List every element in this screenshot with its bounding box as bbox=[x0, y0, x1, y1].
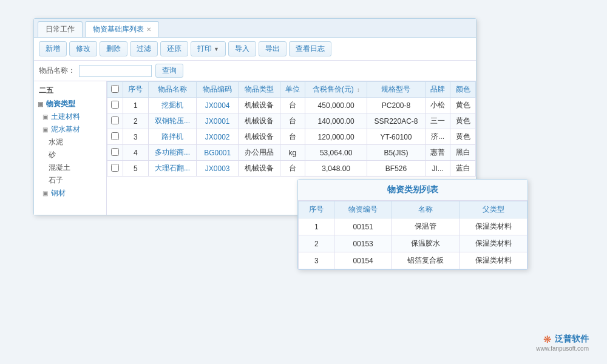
sidebar-item-steel[interactable]: ▣ 钢材 bbox=[34, 187, 106, 200]
table-row: 2 双钢轮压... JX0001 机械设备 台 140,000.00 SSR22… bbox=[107, 113, 476, 129]
row-spec-2: YT-60100 bbox=[367, 129, 426, 145]
row-price-0: 450,000.00 bbox=[305, 98, 367, 113]
tab-material-list-label: 物资基础库列表 bbox=[93, 24, 144, 35]
logo: ❋ 泛普软件 www.fanpusoft.com bbox=[536, 334, 589, 352]
import-button[interactable]: 导入 bbox=[228, 41, 256, 56]
row-type-0: 机械设备 bbox=[238, 98, 280, 113]
tab-daily-work[interactable]: 日常工作 bbox=[38, 21, 83, 37]
row-brand-2: 济... bbox=[425, 129, 450, 145]
sidebar-category-label[interactable]: ▣ 物资类型 bbox=[34, 98, 106, 110]
view-log-button[interactable]: 查看日志 bbox=[289, 41, 331, 56]
th-brand: 品牌 bbox=[425, 82, 450, 98]
toolbar: 新增 修改 删除 过滤 还原 打印 ▼ 导入 导出 查看日志 bbox=[34, 38, 476, 61]
row-code-1[interactable]: JX0001 bbox=[197, 113, 239, 129]
table-row: 5 大理石翻... JX0003 机械设备 台 3,048.00 BF526 J… bbox=[107, 161, 476, 177]
sidebar-header: 二五 bbox=[34, 84, 106, 98]
row-name-3[interactable]: 多功能商... bbox=[148, 145, 197, 161]
row-price-2: 120,000.00 bbox=[305, 129, 367, 145]
row-brand-1: 三一 bbox=[425, 113, 450, 129]
row-name-1[interactable]: 双钢轮压... bbox=[148, 113, 197, 129]
steel-expand-icon: ▣ bbox=[42, 190, 48, 197]
table-header-row: 序号 物品名称 物品编码 物品类型 单位 含税售价(元) ↕ 规格型号 品牌 颜… bbox=[107, 82, 476, 98]
srow-name-2: 铝箔复合板 bbox=[392, 252, 459, 269]
row-price-4: 3,048.00 bbox=[305, 161, 367, 177]
srow-seq-1: 2 bbox=[299, 235, 334, 252]
row-type-4: 机械设备 bbox=[238, 161, 280, 177]
logo-brand-row: ❋ 泛普软件 bbox=[536, 334, 589, 345]
th-checkbox bbox=[107, 82, 123, 98]
row-code-0[interactable]: JX0004 bbox=[197, 98, 239, 113]
secondary-th-parent: 父类型 bbox=[459, 201, 527, 218]
tab-bar: 日常工作 物资基础库列表 ✕ bbox=[34, 19, 476, 38]
secondary-th-seq: 序号 bbox=[299, 201, 334, 218]
table-row: 1 挖掘机 JX0004 机械设备 台 450,000.00 PC200-8 小… bbox=[107, 98, 476, 113]
th-name: 物品名称 bbox=[148, 82, 197, 98]
row-code-4[interactable]: JX0003 bbox=[197, 161, 239, 177]
row-spec-3: B5(JIS) bbox=[367, 145, 426, 161]
row-seq-2: 3 bbox=[123, 129, 149, 145]
table-row: 3 路拌机 JX0002 机械设备 台 120,000.00 YT-60100 … bbox=[107, 129, 476, 145]
sidebar-item-stone[interactable]: 石子 bbox=[34, 174, 106, 187]
srow-parent-0: 保温类材料 bbox=[459, 218, 527, 235]
edit-button[interactable]: 修改 bbox=[69, 41, 97, 56]
export-button[interactable]: 导出 bbox=[259, 41, 287, 56]
row-code-3[interactable]: BG0001 bbox=[197, 145, 239, 161]
secondary-header-row: 序号 物资编号 名称 父类型 bbox=[299, 201, 527, 218]
row-name-4[interactable]: 大理石翻... bbox=[148, 161, 197, 177]
th-unit: 单位 bbox=[280, 82, 305, 98]
secondary-table-row: 1 00151 保温管 保温类材料 bbox=[299, 218, 527, 235]
th-price[interactable]: 含税售价(元) ↕ bbox=[305, 82, 367, 98]
row-spec-0: PC200-8 bbox=[367, 98, 426, 113]
row-checkbox-4[interactable] bbox=[107, 161, 123, 177]
tab-material-list[interactable]: 物资基础库列表 ✕ bbox=[85, 21, 159, 37]
secondary-title: 物资类别列表 bbox=[298, 180, 527, 201]
search-input[interactable] bbox=[79, 65, 152, 77]
row-price-1: 140,000.00 bbox=[305, 113, 367, 129]
secondary-th-code: 物资编号 bbox=[334, 201, 392, 218]
th-code: 物品编码 bbox=[197, 82, 239, 98]
restore-button[interactable]: 还原 bbox=[160, 41, 188, 56]
tab-close-icon[interactable]: ✕ bbox=[146, 26, 151, 33]
secondary-table-row: 2 00153 保温胶水 保温类材料 bbox=[299, 235, 527, 252]
row-brand-3: 惠普 bbox=[425, 145, 450, 161]
row-name-2[interactable]: 路拌机 bbox=[148, 129, 197, 145]
sidebar-item-cement[interactable]: 水泥 bbox=[34, 136, 106, 149]
new-button[interactable]: 新增 bbox=[39, 41, 67, 56]
row-code-2[interactable]: JX0002 bbox=[197, 129, 239, 145]
sidebar-item-sand[interactable]: 砂 bbox=[34, 149, 106, 161]
row-checkbox-3[interactable] bbox=[107, 145, 123, 161]
tab-daily-work-label: 日常工作 bbox=[46, 24, 75, 35]
row-spec-4: BF526 bbox=[367, 161, 426, 177]
srow-code-0: 00151 bbox=[334, 218, 392, 235]
row-unit-3: kg bbox=[280, 145, 305, 161]
row-type-2: 机械设备 bbox=[238, 129, 280, 145]
filter-button[interactable]: 过滤 bbox=[130, 41, 158, 56]
logo-brand: 泛普软件 bbox=[555, 334, 589, 343]
row-checkbox-0[interactable] bbox=[107, 98, 123, 113]
sidebar-item-mortar-material[interactable]: ▣ 泥水基材 bbox=[34, 123, 106, 136]
srow-code-2: 00154 bbox=[334, 252, 392, 269]
sidebar-item-soil-material[interactable]: ▣ 土建材料 bbox=[34, 110, 106, 123]
query-button[interactable]: 查询 bbox=[155, 64, 183, 78]
th-seq: 序号 bbox=[123, 82, 149, 98]
delete-button[interactable]: 删除 bbox=[100, 41, 127, 56]
secondary-th-name: 名称 bbox=[392, 201, 459, 218]
srow-parent-1: 保温类材料 bbox=[459, 235, 527, 252]
row-color-3: 黑白 bbox=[450, 145, 476, 161]
sidebar: 二五 ▣ 物资类型 ▣ 土建材料 ▣ 泥水基材 水泥 砂 混凝土 bbox=[34, 81, 107, 215]
print-button[interactable]: 打印 ▼ bbox=[191, 41, 226, 56]
mortar-expand-icon: ▣ bbox=[42, 126, 48, 133]
sidebar-item-concrete[interactable]: 混凝土 bbox=[34, 161, 106, 174]
row-checkbox-1[interactable] bbox=[107, 113, 123, 129]
row-brand-0: 小松 bbox=[425, 98, 450, 113]
select-all-checkbox[interactable] bbox=[111, 85, 119, 93]
row-seq-0: 1 bbox=[123, 98, 149, 113]
material-table: 序号 物品名称 物品编码 物品类型 单位 含税售价(元) ↕ 规格型号 品牌 颜… bbox=[107, 81, 476, 177]
row-color-0: 黄色 bbox=[450, 98, 476, 113]
row-checkbox-2[interactable] bbox=[107, 129, 123, 145]
logo-icon: ❋ bbox=[543, 334, 551, 345]
row-name-0[interactable]: 挖掘机 bbox=[148, 98, 197, 113]
srow-parent-2: 保温类材料 bbox=[459, 252, 527, 269]
row-unit-1: 台 bbox=[280, 113, 305, 129]
row-price-3: 53,064.00 bbox=[305, 145, 367, 161]
